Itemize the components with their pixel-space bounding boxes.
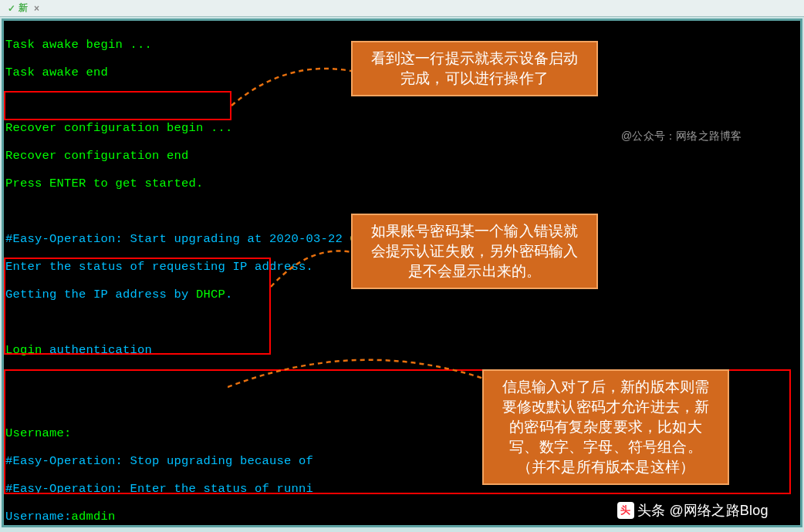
tab-new[interactable]: ✓ 新 × [5, 2, 42, 15]
term-line: Press ENTER to get started. [5, 177, 799, 190]
watermark-wechat: @公众号：网络之路博客 [621, 129, 742, 143]
term-blank [5, 315, 799, 329]
watermark-toutiao: 头 头条 @网络之路Blog [617, 502, 769, 519]
terminal-output[interactable]: Task awake begin ... Task awake end Reco… [4, 21, 800, 525]
callout-3: 信息输入对了后，新的版本则需 要修改默认密码才允许进去，新 的密码有复杂度要求，… [482, 369, 729, 485]
tab-close-icon[interactable]: × [34, 3, 39, 14]
toutiao-icon: 头 [617, 502, 634, 519]
term-line: Login authentication [5, 343, 799, 357]
tab-label: 新 [19, 2, 28, 15]
term-line: Recover configuration end [5, 149, 799, 163]
terminal-frame: Task awake begin ... Task awake end Reco… [2, 19, 802, 527]
watermark-toutiao-text: 头条 @网络之路Blog [637, 503, 769, 517]
callout-1: 看到这一行提示就表示设备启动 完成，可以进行操作了 [351, 41, 598, 96]
tab-bar: ✓ 新 × [0, 0, 804, 17]
tab-check-icon: ✓ [8, 3, 15, 14]
term-line: Getting the IP address by DHCP. [5, 288, 799, 301]
callout-2: 如果账号密码某一个输入错误就 会提示认证失败，另外密码输入 是不会显示出来的。 [351, 214, 598, 289]
